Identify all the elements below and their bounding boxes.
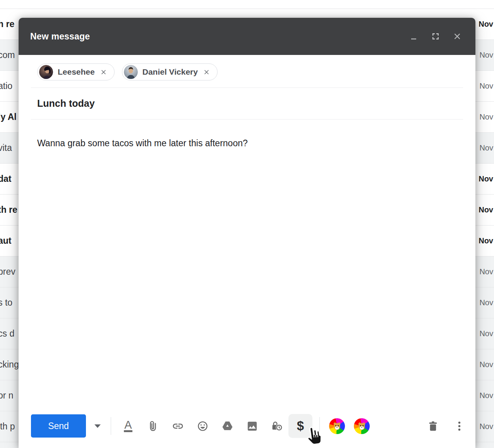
more-options-icon[interactable] [451,417,468,434]
fullscreen-icon[interactable] [429,30,442,43]
email-row-date: Nov [479,205,493,214]
email-row-date: Nov [479,422,493,431]
email-row-text: com [0,50,15,60]
email-row-date: Nov [479,82,493,91]
email-row-date: Nov [479,144,493,152]
avatar [39,65,53,79]
email-row-date: Nov [479,20,493,29]
compose-dialog: New message [19,18,475,448]
email-row-date: Nov [479,236,493,245]
email-row-date: Nov [479,360,493,369]
email-row-text: atio [0,81,12,91]
email-row-text: or n [0,390,14,401]
email-row-date: Nov [479,329,493,338]
email-row-text: dat [0,174,12,184]
email-row-text: vita [0,143,12,153]
message-body-field[interactable]: Wanna grab some tacos with me later this… [19,120,475,149]
email-row-text: h re [0,19,14,29]
remove-recipient-icon[interactable] [99,68,108,76]
google-drive-icon[interactable] [219,417,236,434]
recipient-chip[interactable]: Leesehee [37,63,115,80]
recipient-name: Daniel Vickery [142,67,198,77]
confidential-mode-icon[interactable] [268,417,285,434]
extension-dog-icon[interactable] [328,417,345,434]
email-row-text: aut [0,236,12,246]
email-row-date: Nov [479,267,493,276]
email-row-date: Nov [479,51,493,60]
remove-recipient-icon[interactable] [202,68,211,76]
extension-dog-icon[interactable] [353,417,370,434]
attach-file-icon[interactable] [144,417,161,434]
recipient-name: Leesehee [58,67,95,77]
discard-draft-icon[interactable] [424,417,441,434]
email-row-date: Nov [479,113,493,121]
request-money-icon[interactable]: $ [288,414,312,438]
insert-emoji-icon[interactable] [194,417,211,434]
subject-field[interactable]: Lunch today [19,88,475,119]
email-row-text: ith p [0,421,15,432]
message-body-text: Wanna grab some tacos with me later this… [37,137,452,149]
minimize-icon[interactable] [407,30,420,43]
subject-text: Lunch today [37,98,95,109]
compose-header[interactable]: New message [19,18,475,55]
avatar [124,65,138,79]
email-row-text: cs d [0,328,14,339]
email-row-date: Nov [479,174,493,183]
divider [319,417,320,435]
formatting-options-icon[interactable]: A [120,417,137,434]
email-row-text: cking [0,359,19,370]
send-options-caret-icon[interactable] [89,417,106,434]
gmail-screen: h reNov comNov atioNov ly AlNov vitaNov … [0,0,494,448]
divider [111,417,111,435]
compose-toolbar: Send A [31,414,468,438]
email-row-text: s to [0,298,12,308]
insert-link-icon[interactable] [169,417,186,434]
compose-title: New message [30,31,90,42]
email-row-date: Nov [479,391,493,400]
insert-photo-icon[interactable] [244,417,261,434]
email-row-date: Nov [479,298,493,307]
email-row-text: prev [0,267,15,277]
send-button[interactable]: Send [31,414,86,438]
recipients-field[interactable]: Leesehee Daniel [19,55,475,87]
email-row-text: ly Al [0,112,17,122]
close-icon[interactable] [451,30,464,43]
recipient-chip[interactable]: Daniel Vickery [122,63,218,80]
email-row-text: th re [0,205,17,215]
